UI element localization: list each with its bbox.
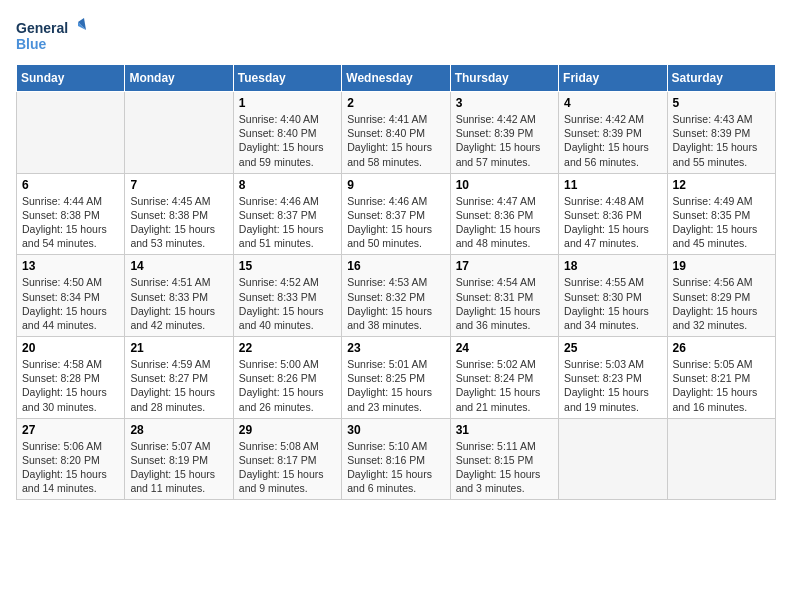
calendar-cell: 28Sunrise: 5:07 AM Sunset: 8:19 PM Dayli… (125, 418, 233, 500)
calendar-cell: 10Sunrise: 4:47 AM Sunset: 8:36 PM Dayli… (450, 173, 558, 255)
day-number: 27 (22, 423, 119, 437)
day-number: 15 (239, 259, 336, 273)
svg-text:Blue: Blue (16, 36, 47, 52)
calendar-week-row: 20Sunrise: 4:58 AM Sunset: 8:28 PM Dayli… (17, 337, 776, 419)
day-number: 14 (130, 259, 227, 273)
day-info: Sunrise: 4:48 AM Sunset: 8:36 PM Dayligh… (564, 194, 661, 251)
day-info: Sunrise: 5:11 AM Sunset: 8:15 PM Dayligh… (456, 439, 553, 496)
day-number: 8 (239, 178, 336, 192)
day-number: 11 (564, 178, 661, 192)
calendar-cell: 23Sunrise: 5:01 AM Sunset: 8:25 PM Dayli… (342, 337, 450, 419)
calendar-cell: 17Sunrise: 4:54 AM Sunset: 8:31 PM Dayli… (450, 255, 558, 337)
day-info: Sunrise: 4:49 AM Sunset: 8:35 PM Dayligh… (673, 194, 770, 251)
day-info: Sunrise: 5:01 AM Sunset: 8:25 PM Dayligh… (347, 357, 444, 414)
weekday-header-cell: Wednesday (342, 65, 450, 92)
svg-text:General: General (16, 20, 68, 36)
day-info: Sunrise: 4:59 AM Sunset: 8:27 PM Dayligh… (130, 357, 227, 414)
day-number: 10 (456, 178, 553, 192)
day-info: Sunrise: 4:46 AM Sunset: 8:37 PM Dayligh… (347, 194, 444, 251)
day-number: 1 (239, 96, 336, 110)
calendar-cell: 21Sunrise: 4:59 AM Sunset: 8:27 PM Dayli… (125, 337, 233, 419)
logo: General Blue (16, 16, 86, 56)
day-info: Sunrise: 4:41 AM Sunset: 8:40 PM Dayligh… (347, 112, 444, 169)
day-info: Sunrise: 4:53 AM Sunset: 8:32 PM Dayligh… (347, 275, 444, 332)
day-info: Sunrise: 4:54 AM Sunset: 8:31 PM Dayligh… (456, 275, 553, 332)
calendar-cell: 5Sunrise: 4:43 AM Sunset: 8:39 PM Daylig… (667, 92, 775, 174)
day-info: Sunrise: 5:08 AM Sunset: 8:17 PM Dayligh… (239, 439, 336, 496)
calendar-cell: 26Sunrise: 5:05 AM Sunset: 8:21 PM Dayli… (667, 337, 775, 419)
day-number: 9 (347, 178, 444, 192)
calendar-cell (17, 92, 125, 174)
day-number: 5 (673, 96, 770, 110)
weekday-header-cell: Thursday (450, 65, 558, 92)
day-info: Sunrise: 5:03 AM Sunset: 8:23 PM Dayligh… (564, 357, 661, 414)
day-info: Sunrise: 4:45 AM Sunset: 8:38 PM Dayligh… (130, 194, 227, 251)
day-number: 17 (456, 259, 553, 273)
calendar-cell: 18Sunrise: 4:55 AM Sunset: 8:30 PM Dayli… (559, 255, 667, 337)
calendar-week-row: 1Sunrise: 4:40 AM Sunset: 8:40 PM Daylig… (17, 92, 776, 174)
calendar-cell: 14Sunrise: 4:51 AM Sunset: 8:33 PM Dayli… (125, 255, 233, 337)
calendar-cell: 2Sunrise: 4:41 AM Sunset: 8:40 PM Daylig… (342, 92, 450, 174)
weekday-header-cell: Saturday (667, 65, 775, 92)
day-info: Sunrise: 5:00 AM Sunset: 8:26 PM Dayligh… (239, 357, 336, 414)
calendar-cell: 7Sunrise: 4:45 AM Sunset: 8:38 PM Daylig… (125, 173, 233, 255)
day-number: 7 (130, 178, 227, 192)
day-number: 30 (347, 423, 444, 437)
day-number: 23 (347, 341, 444, 355)
day-info: Sunrise: 4:56 AM Sunset: 8:29 PM Dayligh… (673, 275, 770, 332)
day-number: 16 (347, 259, 444, 273)
calendar-cell: 13Sunrise: 4:50 AM Sunset: 8:34 PM Dayli… (17, 255, 125, 337)
day-info: Sunrise: 4:43 AM Sunset: 8:39 PM Dayligh… (673, 112, 770, 169)
logo-svg: General Blue (16, 16, 86, 56)
calendar-cell: 1Sunrise: 4:40 AM Sunset: 8:40 PM Daylig… (233, 92, 341, 174)
calendar-cell: 27Sunrise: 5:06 AM Sunset: 8:20 PM Dayli… (17, 418, 125, 500)
calendar-week-row: 6Sunrise: 4:44 AM Sunset: 8:38 PM Daylig… (17, 173, 776, 255)
calendar-cell: 12Sunrise: 4:49 AM Sunset: 8:35 PM Dayli… (667, 173, 775, 255)
day-number: 31 (456, 423, 553, 437)
calendar-cell: 19Sunrise: 4:56 AM Sunset: 8:29 PM Dayli… (667, 255, 775, 337)
calendar-cell: 16Sunrise: 4:53 AM Sunset: 8:32 PM Dayli… (342, 255, 450, 337)
day-info: Sunrise: 4:42 AM Sunset: 8:39 PM Dayligh… (564, 112, 661, 169)
calendar-cell: 22Sunrise: 5:00 AM Sunset: 8:26 PM Dayli… (233, 337, 341, 419)
day-info: Sunrise: 4:46 AM Sunset: 8:37 PM Dayligh… (239, 194, 336, 251)
calendar-week-row: 13Sunrise: 4:50 AM Sunset: 8:34 PM Dayli… (17, 255, 776, 337)
day-number: 2 (347, 96, 444, 110)
day-number: 18 (564, 259, 661, 273)
day-number: 28 (130, 423, 227, 437)
weekday-header-cell: Friday (559, 65, 667, 92)
day-info: Sunrise: 4:52 AM Sunset: 8:33 PM Dayligh… (239, 275, 336, 332)
calendar-cell (559, 418, 667, 500)
weekday-header-cell: Tuesday (233, 65, 341, 92)
day-number: 22 (239, 341, 336, 355)
calendar-cell: 25Sunrise: 5:03 AM Sunset: 8:23 PM Dayli… (559, 337, 667, 419)
calendar-cell: 3Sunrise: 4:42 AM Sunset: 8:39 PM Daylig… (450, 92, 558, 174)
weekday-header-cell: Monday (125, 65, 233, 92)
day-info: Sunrise: 4:47 AM Sunset: 8:36 PM Dayligh… (456, 194, 553, 251)
day-number: 21 (130, 341, 227, 355)
day-number: 13 (22, 259, 119, 273)
day-number: 29 (239, 423, 336, 437)
calendar-cell: 6Sunrise: 4:44 AM Sunset: 8:38 PM Daylig… (17, 173, 125, 255)
calendar-cell: 30Sunrise: 5:10 AM Sunset: 8:16 PM Dayli… (342, 418, 450, 500)
day-info: Sunrise: 5:02 AM Sunset: 8:24 PM Dayligh… (456, 357, 553, 414)
calendar-cell: 9Sunrise: 4:46 AM Sunset: 8:37 PM Daylig… (342, 173, 450, 255)
calendar-cell: 11Sunrise: 4:48 AM Sunset: 8:36 PM Dayli… (559, 173, 667, 255)
calendar-cell: 20Sunrise: 4:58 AM Sunset: 8:28 PM Dayli… (17, 337, 125, 419)
calendar-cell (667, 418, 775, 500)
calendar-week-row: 27Sunrise: 5:06 AM Sunset: 8:20 PM Dayli… (17, 418, 776, 500)
day-info: Sunrise: 4:51 AM Sunset: 8:33 PM Dayligh… (130, 275, 227, 332)
weekday-header-row: SundayMondayTuesdayWednesdayThursdayFrid… (17, 65, 776, 92)
day-info: Sunrise: 4:44 AM Sunset: 8:38 PM Dayligh… (22, 194, 119, 251)
day-info: Sunrise: 4:42 AM Sunset: 8:39 PM Dayligh… (456, 112, 553, 169)
day-info: Sunrise: 4:55 AM Sunset: 8:30 PM Dayligh… (564, 275, 661, 332)
calendar-cell: 15Sunrise: 4:52 AM Sunset: 8:33 PM Dayli… (233, 255, 341, 337)
weekday-header-cell: Sunday (17, 65, 125, 92)
day-number: 12 (673, 178, 770, 192)
day-number: 25 (564, 341, 661, 355)
day-number: 6 (22, 178, 119, 192)
day-info: Sunrise: 4:50 AM Sunset: 8:34 PM Dayligh… (22, 275, 119, 332)
day-info: Sunrise: 5:05 AM Sunset: 8:21 PM Dayligh… (673, 357, 770, 414)
day-number: 4 (564, 96, 661, 110)
calendar-cell: 29Sunrise: 5:08 AM Sunset: 8:17 PM Dayli… (233, 418, 341, 500)
day-number: 24 (456, 341, 553, 355)
